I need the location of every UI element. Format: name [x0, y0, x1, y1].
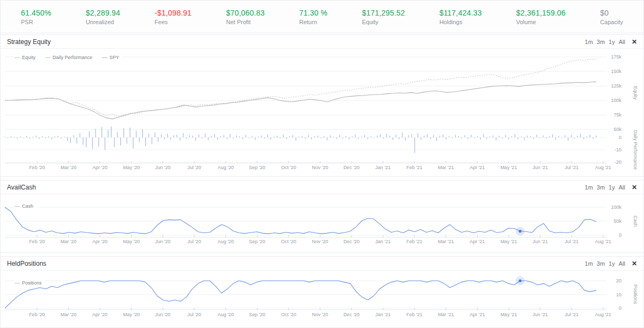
legend-item-spy[interactable]: SPY	[102, 55, 119, 60]
x-tick-label: May '21	[500, 312, 517, 317]
stat-net-profit: $70,060.83Net Profit	[226, 9, 265, 25]
x-tick-label: Aug '20	[217, 165, 233, 170]
legend-availcash: Cash	[14, 203, 36, 209]
y-tick-label: 100k	[611, 205, 621, 210]
close-icon[interactable]: ✕	[632, 260, 637, 267]
x-tick-label: Feb '20	[29, 239, 45, 244]
x-tick-label: Aug '20	[217, 239, 233, 244]
daily-performance-axis-title: Daily Performance	[633, 130, 638, 170]
range-1y-button[interactable]: 1y	[609, 260, 615, 267]
range-controls: 1m 3m 1y All ✕	[581, 184, 637, 191]
x-tick-label: May '20	[123, 239, 140, 244]
positions-legend-dash-icon	[14, 283, 20, 283]
x-tick-label: Jan '21	[375, 165, 391, 170]
daily-tick-label: -10	[614, 147, 621, 152]
x-tick-label: Jun '21	[532, 239, 548, 244]
stat-net-profit-label: Net Profit	[226, 19, 265, 25]
x-tick-label: Jun '20	[155, 165, 171, 170]
close-icon[interactable]: ✕	[632, 184, 637, 191]
x-tick-label: Feb '20	[29, 165, 45, 170]
x-tick-label: Dec '20	[343, 239, 360, 244]
x-tick-label: Jun '20	[155, 312, 171, 317]
x-tick-label: Sep '20	[249, 312, 265, 317]
x-tick-label: Mar '20	[61, 239, 77, 244]
range-all-button[interactable]: All	[619, 260, 625, 267]
legend-label: Cash	[22, 203, 33, 209]
stat-psr: 61.450%PSR	[21, 9, 52, 25]
x-tick-label: Apr '21	[470, 165, 485, 170]
range-1m-button[interactable]: 1m	[585, 184, 593, 191]
x-tick-label: Mar '20	[61, 165, 77, 170]
equity-tick-label: 125k	[611, 83, 621, 89]
stat-equity-label: Equity	[362, 19, 405, 25]
x-tick-label: Feb '20	[29, 312, 45, 317]
stat-unrealized: $2,289.94Unrealized	[86, 9, 120, 25]
range-1m-button[interactable]: 1m	[585, 39, 593, 45]
close-icon[interactable]: ✕	[632, 38, 637, 46]
stat-fees-label: Fees	[155, 19, 192, 25]
range-all-button[interactable]: All	[619, 184, 625, 191]
stat-fees-value: -$1,098.91	[155, 9, 192, 17]
legend-label: SPY	[109, 55, 119, 60]
legend-item-equity[interactable]: Equity	[14, 55, 35, 60]
x-tick-label: Mar '21	[438, 239, 454, 244]
equity-series-line	[5, 59, 596, 116]
legend-item-cash[interactable]: Cash	[14, 203, 33, 209]
equity-axis-title: Equity	[633, 86, 638, 100]
heldpositions-chart[interactable]: 20100Feb '20Mar '20Apr '20May '20Jun '20…	[1, 271, 644, 328]
range-1y-button[interactable]: 1y	[609, 39, 615, 45]
x-tick-label: Jun '20	[155, 239, 171, 244]
range-all-button[interactable]: All	[619, 39, 625, 45]
range-3m-button[interactable]: 3m	[597, 39, 605, 45]
stat-capacity-label: Capacity	[600, 19, 623, 25]
panel-title-heldpositions: HeldPositions	[7, 260, 46, 267]
x-tick-label: Sep '20	[249, 239, 265, 244]
panel-title-strategy-equity: Strategy Equity	[7, 38, 50, 46]
stat-equity-value: $171,295.52	[362, 9, 405, 17]
stat-volume-value: $2,361,159.06	[516, 9, 566, 17]
range-controls: 1m 3m 1y All ✕	[581, 38, 637, 46]
positions-axis-title: Positions	[633, 285, 638, 304]
x-tick-label: Dec '20	[343, 312, 360, 317]
stat-volume: $2,361,159.06Volume	[516, 9, 566, 25]
range-3m-button[interactable]: 3m	[597, 260, 605, 267]
range-1y-button[interactable]: 1y	[609, 184, 615, 191]
x-tick-label: Aug '21	[595, 239, 611, 244]
legend-heldpositions: Positions	[14, 280, 45, 286]
legend-item-positions[interactable]: Positions	[14, 280, 42, 286]
cash-axis-title: Cash	[633, 215, 638, 227]
x-tick-label: Mar '21	[438, 165, 454, 170]
x-tick-label: Apr '21	[470, 239, 485, 244]
x-tick-label: Aug '21	[595, 312, 611, 317]
x-tick-label: May '21	[500, 239, 517, 244]
y-tick-label: 50k	[613, 218, 621, 224]
stat-psr-value: 61.450%	[21, 9, 52, 17]
x-tick-label: Apr '20	[92, 239, 107, 244]
x-tick-label: Oct '20	[281, 312, 296, 317]
x-tick-label: May '20	[123, 165, 140, 170]
selected-point-marker	[519, 230, 522, 232]
x-tick-label: May '21	[500, 165, 517, 170]
stat-unrealized-value: $2,289.94	[86, 9, 120, 17]
x-tick-label: Jan '21	[375, 312, 391, 317]
x-tick-label: Feb '21	[406, 239, 422, 244]
range-1m-button[interactable]: 1m	[585, 260, 593, 267]
x-tick-label: Jul '20	[187, 239, 201, 244]
stat-return: 71.30 %Return	[299, 9, 327, 25]
x-tick-label: Nov '20	[312, 165, 328, 170]
stats-bar: 61.450%PSR $2,289.94Unrealized -$1,098.9…	[1, 1, 643, 33]
strategy-equity-chart[interactable]: 175k150k125k100k75k50k0-10-20Feb '20Mar …	[1, 49, 644, 176]
x-tick-label: Nov '20	[312, 312, 328, 317]
availcash-chart[interactable]: 100k50k0Feb '20Mar '20Apr '20May '20Jun …	[1, 194, 644, 252]
equity-tick-label: 75k	[613, 112, 621, 118]
spy-legend-dash-icon	[102, 57, 107, 58]
stat-psr-label: PSR	[21, 19, 52, 25]
stat-unrealized-label: Unrealized	[86, 19, 120, 25]
range-3m-button[interactable]: 3m	[597, 184, 605, 191]
legend-item-daily-performance[interactable]: Daily Performance	[45, 55, 92, 60]
legend-label: Equity	[22, 55, 35, 60]
x-tick-label: Oct '20	[281, 239, 296, 244]
x-tick-label: Jun '21	[532, 165, 548, 170]
equity-tick-label: 50k	[613, 127, 621, 132]
x-tick-label: Apr '20	[92, 165, 107, 170]
